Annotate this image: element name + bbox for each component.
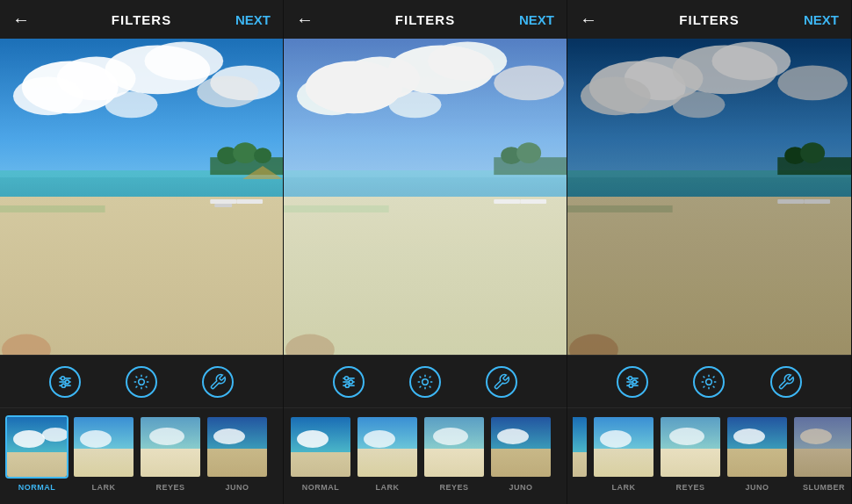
svg-line-34 <box>146 385 148 387</box>
filter-lark-2[interactable]: LARK <box>356 415 419 492</box>
filter-thumb-slumber-3 <box>792 415 851 479</box>
svg-point-99 <box>800 142 825 163</box>
back-button-3[interactable]: ← <box>580 10 597 30</box>
svg-point-93 <box>777 65 848 100</box>
filter-thumb-lark-3 <box>592 415 655 479</box>
toolbar-2 <box>284 355 567 407</box>
svg-line-78 <box>420 385 422 387</box>
photo-area-2 <box>284 39 567 355</box>
filter-normal-partial[interactable] <box>573 415 588 479</box>
svg-point-3 <box>13 76 83 115</box>
svg-rect-15 <box>0 197 283 355</box>
filter-label-reyes-2: REYES <box>439 483 468 492</box>
filter-thumb-lark-2 <box>356 415 419 479</box>
svg-line-119 <box>704 385 705 387</box>
svg-rect-123 <box>661 417 722 479</box>
header-3: ← FILTERS NEXT <box>567 0 851 39</box>
svg-point-86 <box>497 428 529 444</box>
filter-juno[interactable]: JUNO <box>206 415 269 492</box>
filter-juno-2[interactable]: JUNO <box>489 415 552 492</box>
svg-point-67 <box>344 376 348 379</box>
wrench-button[interactable] <box>202 366 234 398</box>
adjust-button-2[interactable] <box>333 366 365 398</box>
filter-juno-3[interactable]: JUNO <box>726 415 789 492</box>
header-title-2: FILTERS <box>395 12 455 27</box>
adjust-button-3[interactable] <box>617 366 648 398</box>
adjust-button[interactable] <box>49 366 81 398</box>
filter-thumb-reyes-3 <box>659 415 722 479</box>
filter-label-reyes: REYES <box>155 483 184 492</box>
svg-rect-120 <box>573 417 588 479</box>
svg-rect-60 <box>494 199 520 204</box>
svg-point-41 <box>80 430 112 448</box>
svg-point-25 <box>61 376 64 379</box>
svg-point-27 <box>61 384 65 387</box>
beach-photo-2 <box>284 39 567 355</box>
svg-point-43 <box>149 428 184 445</box>
svg-point-7 <box>197 76 258 107</box>
svg-point-82 <box>364 430 395 448</box>
svg-line-75 <box>420 376 422 378</box>
svg-point-49 <box>297 76 367 115</box>
header-2: ← FILTERS NEXT <box>284 0 567 39</box>
svg-point-124 <box>669 428 704 445</box>
svg-point-84 <box>433 428 468 445</box>
filter-normal[interactable]: NORMAL <box>5 415 69 492</box>
filter-strip-2: NORMAL LARK <box>284 407 567 504</box>
brightness-button[interactable] <box>126 366 157 398</box>
svg-point-110 <box>629 384 632 387</box>
wrench-button-2[interactable] <box>486 366 517 398</box>
filter-lark-3[interactable]: LARK <box>592 415 655 492</box>
svg-rect-42 <box>141 417 202 479</box>
svg-point-53 <box>389 91 442 118</box>
svg-point-8 <box>105 91 158 118</box>
filter-thumb-lark <box>72 415 135 479</box>
svg-point-90 <box>581 76 651 115</box>
svg-line-116 <box>704 376 705 378</box>
beach-photo-3 <box>567 39 851 355</box>
panel-3: ← FILTERS NEXT <box>567 0 852 504</box>
filter-strip-1: NORMAL LARK <box>0 407 283 504</box>
wrench-button-3[interactable] <box>770 366 802 398</box>
filter-normal-2[interactable]: NORMAL <box>289 415 352 492</box>
filter-lark[interactable]: LARK <box>72 415 135 492</box>
back-button[interactable]: ← <box>12 10 30 30</box>
svg-line-118 <box>713 376 715 378</box>
beach-photo-1 <box>0 39 283 355</box>
filter-label-lark: LARK <box>92 483 116 492</box>
filter-slumber-3[interactable]: SLUMBER <box>792 415 851 492</box>
filter-reyes-2[interactable]: REYES <box>422 415 486 492</box>
svg-rect-61 <box>520 199 546 204</box>
next-button-2[interactable]: NEXT <box>519 12 554 27</box>
filter-thumb-reyes <box>139 415 202 479</box>
filter-reyes-3[interactable]: REYES <box>659 415 722 492</box>
svg-point-108 <box>628 376 632 379</box>
svg-point-52 <box>494 65 564 100</box>
next-button[interactable]: NEXT <box>235 12 271 27</box>
svg-rect-79 <box>291 417 352 479</box>
filter-reyes[interactable]: REYES <box>139 415 202 492</box>
next-button-3[interactable]: NEXT <box>804 12 839 27</box>
back-button-2[interactable]: ← <box>296 10 314 30</box>
svg-point-58 <box>516 142 541 163</box>
filter-thumb-reyes-2 <box>422 415 486 479</box>
svg-rect-44 <box>207 417 269 479</box>
filter-label-lark-2: LARK <box>376 483 400 492</box>
filter-label-normal-2: NORMAL <box>302 483 340 492</box>
svg-rect-83 <box>424 417 486 479</box>
filter-thumb-normal <box>5 415 69 479</box>
brightness-button-3[interactable] <box>693 366 725 398</box>
svg-point-5 <box>144 42 223 81</box>
toolbar-3 <box>567 355 851 407</box>
svg-rect-127 <box>794 417 851 479</box>
svg-rect-100 <box>567 197 851 355</box>
svg-rect-18 <box>236 199 263 204</box>
filter-thumb-normal-partial <box>573 415 588 479</box>
svg-line-33 <box>136 376 138 378</box>
filter-thumb-juno-2 <box>489 415 552 479</box>
svg-point-70 <box>422 378 429 385</box>
svg-rect-17 <box>214 204 232 207</box>
svg-rect-125 <box>727 417 789 479</box>
brightness-button-2[interactable] <box>409 366 441 398</box>
svg-point-69 <box>345 384 349 387</box>
